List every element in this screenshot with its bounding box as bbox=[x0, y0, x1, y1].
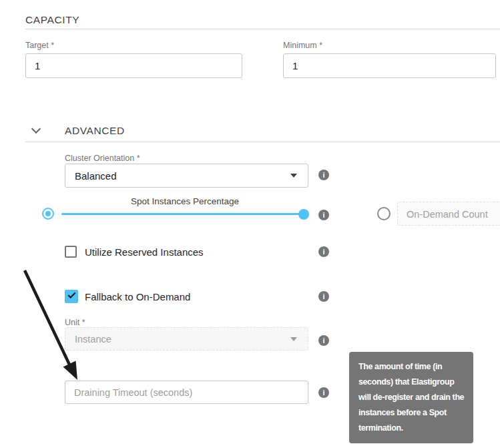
tooltip-line: termination. bbox=[358, 421, 464, 436]
utilize-reserved-label[interactable]: Utilize Reserved Instances bbox=[85, 246, 204, 258]
radio-dot bbox=[45, 211, 51, 216]
tooltip-line: instances before a Spot bbox=[358, 405, 464, 421]
target-input[interactable] bbox=[25, 53, 242, 78]
advanced-section-title: ADVANCED bbox=[65, 125, 125, 137]
info-glyph: i bbox=[322, 248, 324, 256]
spot-percentage-info-icon[interactable]: i bbox=[318, 210, 329, 220]
minimum-input[interactable] bbox=[283, 53, 496, 78]
dropdown-caret-icon bbox=[290, 174, 297, 178]
info-glyph: i bbox=[322, 212, 324, 219]
spot-percentage-slider[interactable] bbox=[61, 213, 308, 215]
on-demand-count-input bbox=[397, 202, 500, 226]
info-glyph: i bbox=[322, 172, 324, 179]
draining-timeout-input[interactable] bbox=[65, 381, 308, 404]
chevron-down-icon[interactable] bbox=[31, 124, 41, 134]
fallback-info-icon[interactable]: i bbox=[318, 291, 329, 302]
minimum-label: Minimum * bbox=[283, 41, 322, 50]
capacity-settings-panel: CAPACITY Target * Minimum * ADVANCED Clu… bbox=[0, 0, 500, 448]
spot-percentage-label: Spot Instances Percentage bbox=[65, 196, 305, 206]
cluster-orientation-value: Balanced bbox=[75, 170, 117, 182]
info-glyph: i bbox=[322, 389, 324, 397]
unit-label: Unit * bbox=[65, 318, 85, 327]
info-glyph: i bbox=[322, 337, 324, 345]
target-label: Target * bbox=[25, 41, 54, 50]
on-demand-count-radio[interactable] bbox=[377, 207, 391, 220]
tooltip-line: The amount of time (in bbox=[358, 359, 464, 375]
draining-timeout-tooltip: The amount of time (in seconds) that Ela… bbox=[349, 352, 473, 443]
capacity-divider bbox=[25, 29, 500, 29]
info-glyph: i bbox=[322, 293, 324, 300]
fallback-checkbox[interactable] bbox=[65, 290, 78, 303]
draining-timeout-info-icon[interactable]: i bbox=[318, 387, 329, 398]
tooltip-line: will de-register and drain the bbox=[358, 390, 464, 405]
slider-thumb[interactable] bbox=[298, 209, 309, 220]
tooltip-line: seconds) that Elastigroup bbox=[358, 375, 464, 390]
utilize-reserved-info-icon[interactable]: i bbox=[318, 246, 329, 257]
unit-info-icon[interactable]: i bbox=[318, 335, 329, 346]
cluster-orientation-label: Cluster Orientation * bbox=[65, 154, 140, 163]
unit-select: Instance bbox=[65, 327, 308, 351]
advanced-divider bbox=[25, 142, 500, 142]
cluster-orientation-info-icon[interactable]: i bbox=[318, 170, 329, 180]
fallback-label[interactable]: Fallback to On-Demand bbox=[85, 291, 190, 302]
dropdown-caret-icon bbox=[290, 337, 297, 341]
utilize-reserved-checkbox[interactable] bbox=[65, 246, 77, 258]
spot-percentage-radio[interactable] bbox=[42, 208, 54, 220]
cluster-orientation-select[interactable]: Balanced bbox=[65, 164, 308, 188]
capacity-section-title: CAPACITY bbox=[25, 14, 79, 26]
unit-value: Instance bbox=[75, 334, 111, 345]
checkmark-icon bbox=[67, 290, 75, 298]
